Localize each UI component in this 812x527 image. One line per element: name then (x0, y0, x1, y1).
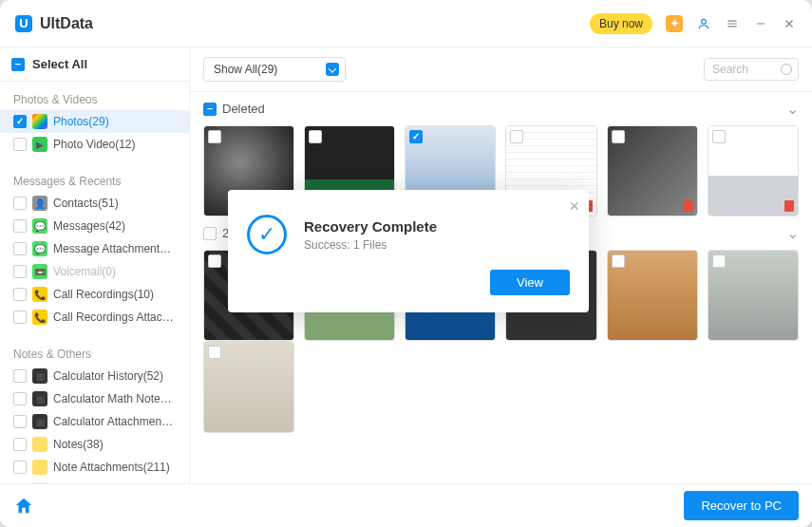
category-icon: ▦ (32, 414, 47, 429)
sidebar-item[interactable]: ▦Calculator History(52) (0, 365, 189, 387)
success-check-icon: ✓ (247, 215, 287, 254)
thumbnail-checkbox[interactable] (409, 130, 423, 143)
main-toolbar: Show All(29) Search (190, 47, 812, 92)
sidebar-item-checkbox[interactable] (13, 138, 27, 151)
thumbnail-checkbox[interactable] (510, 130, 523, 143)
deleted-badge-icon (684, 200, 693, 212)
thumbnail[interactable] (708, 250, 799, 341)
footer: Recover to PC (0, 483, 812, 527)
minimize-button[interactable] (753, 16, 768, 31)
menu-icon[interactable] (725, 16, 740, 31)
sidebar-item-label: Photo Video(12) (53, 138, 136, 151)
search-placeholder: Search (712, 63, 748, 76)
sidebar-group-header: Photos & Videos (0, 89, 189, 110)
thumbnail-checkbox[interactable] (208, 130, 221, 143)
select-all-label: Select All (32, 57, 87, 71)
sidebar-item-label: Calculator Attachments(30) (53, 415, 176, 428)
thumbnail-checkbox[interactable] (712, 254, 726, 268)
sidebar-item[interactable]: 📞Call Recordings(10) (0, 283, 189, 306)
sidebar-item[interactable]: 📼Voicemail(0) (0, 260, 189, 283)
sidebar-item[interactable]: ▦Calculator Attachments(30) (0, 410, 189, 433)
category-icon: ▦ (32, 368, 47, 384)
category-icon (32, 437, 47, 452)
thumbnail-checkbox[interactable] (612, 254, 625, 268)
sidebar-item-label: Calculator History(52) (53, 369, 163, 383)
app-window: U UltData Buy now ✦ Select All (0, 0, 812, 527)
sidebar-item-label: Contacts(51) (53, 197, 119, 210)
thumbnail[interactable] (607, 250, 698, 341)
sidebar-item-checkbox[interactable] (13, 311, 27, 324)
section-checkbox[interactable] (203, 103, 217, 116)
sidebar-item-checkbox[interactable] (13, 392, 27, 405)
sidebar: Select All Photos & VideosPhotos(29)▶Pho… (0, 47, 190, 483)
sidebar-item-checkbox[interactable] (13, 461, 27, 474)
dialog-subtitle: Success: 1 Files (304, 238, 437, 252)
view-button[interactable]: View (490, 270, 570, 295)
close-button[interactable] (782, 16, 797, 31)
category-icon (32, 114, 47, 129)
recovery-complete-dialog: × ✓ Recovery Complete Success: 1 Files V… (228, 190, 589, 312)
sidebar-item-checkbox[interactable] (13, 288, 27, 301)
thumbnail-checkbox[interactable] (712, 130, 726, 143)
category-icon: 💬 (32, 241, 47, 256)
sidebar-item[interactable]: Note Attachments(211) (0, 456, 189, 479)
thumbnail-checkbox[interactable] (309, 130, 322, 143)
category-icon: ▶ (32, 137, 47, 152)
category-icon: 📞 (32, 310, 47, 325)
svg-point-0 (702, 19, 707, 24)
thumbnail-checkbox[interactable] (612, 130, 625, 143)
sidebar-item-label: Photos(29) (53, 115, 109, 128)
sidebar-item[interactable]: ▶Photo Video(12) (0, 133, 189, 156)
sidebar-item[interactable]: ▦Calculator Math Notes(6) (0, 387, 189, 410)
sidebar-group-header: Notes & Others (0, 344, 189, 365)
titlebar-actions: Buy now ✦ (590, 13, 797, 34)
sidebar-item[interactable]: 📞Call Recordings Attachment... (0, 306, 189, 329)
category-icon: 💬 (32, 218, 47, 234)
thumbnail-checkbox[interactable] (208, 254, 221, 268)
sidebar-item-checkbox[interactable] (13, 242, 27, 255)
sidebar-item-label: Calculator Math Notes(6) (53, 392, 176, 405)
message-icon[interactable]: ✦ (666, 15, 683, 32)
sidebar-item[interactable]: 👤Contacts(51) (0, 192, 189, 215)
recover-button[interactable]: Recover to PC (684, 491, 799, 520)
sidebar-item[interactable]: Notes(38) (0, 433, 189, 456)
search-input[interactable]: Search (704, 58, 799, 81)
sidebar-item-label: Call Recordings Attachment... (53, 311, 176, 324)
sidebar-item-label: Voicemail(0) (53, 265, 116, 278)
category-icon: 👤 (32, 196, 47, 211)
app-title: UltData (40, 15, 93, 32)
thumbnail[interactable] (708, 125, 799, 216)
section-header[interactable]: Deleted⌄ (203, 92, 799, 125)
dialog-close-button[interactable]: × (569, 198, 579, 215)
chevron-down-icon[interactable]: ⌄ (786, 224, 799, 242)
sidebar-item-label: Note Attachments(211) (53, 461, 170, 474)
thumbnail[interactable] (203, 341, 294, 432)
sidebar-item-label: Messages(42) (53, 219, 125, 233)
section-checkbox[interactable] (203, 227, 217, 240)
account-icon[interactable] (696, 16, 711, 31)
sidebar-item-checkbox[interactable] (13, 369, 27, 383)
sidebar-item[interactable]: Photos(29) (0, 110, 189, 133)
sidebar-item-checkbox[interactable] (13, 115, 27, 128)
sidebar-item[interactable]: 💬Message Attachments(16) (0, 237, 189, 260)
filter-dropdown[interactable]: Show All(29) (203, 57, 346, 82)
dialog-title: Recovery Complete (304, 218, 437, 235)
thumbnail[interactable] (607, 125, 698, 216)
sidebar-item-label: Notes(38) (53, 438, 104, 451)
sidebar-item-checkbox[interactable] (13, 265, 27, 278)
category-icon: 📞 (32, 287, 47, 302)
thumbnail-checkbox[interactable] (208, 346, 221, 359)
buy-now-button[interactable]: Buy now (590, 13, 652, 34)
thumbnail-grid (203, 341, 799, 432)
sidebar-item-checkbox[interactable] (13, 219, 27, 233)
sidebar-item-checkbox[interactable] (13, 438, 27, 451)
home-button[interactable] (13, 496, 34, 517)
select-all-checkbox[interactable] (11, 58, 25, 71)
sidebar-item-label: Message Attachments(16) (53, 242, 176, 255)
sidebar-item[interactable]: 💬Messages(42) (0, 215, 189, 237)
select-all-row[interactable]: Select All (0, 47, 189, 82)
sidebar-item-checkbox[interactable] (13, 415, 27, 428)
chevron-down-icon[interactable]: ⌄ (786, 100, 799, 118)
sidebar-item-checkbox[interactable] (13, 197, 27, 210)
section-title: Deleted (222, 102, 265, 116)
